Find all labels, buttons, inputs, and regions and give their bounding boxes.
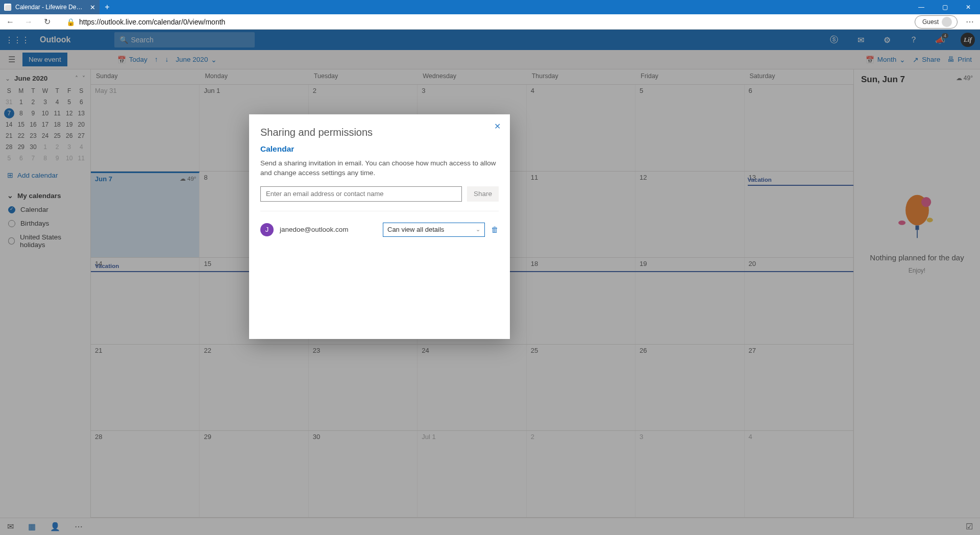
more-menu-icon[interactable]: ⋯ <box>964 17 976 27</box>
remove-person-icon[interactable]: 🗑 <box>491 225 499 234</box>
tab-close-icon[interactable]: ✕ <box>90 4 95 11</box>
sharing-permissions-dialog: ✕ Sharing and permissions Calendar Send … <box>249 114 510 339</box>
profile-button[interactable]: Guest <box>915 15 958 29</box>
permission-select[interactable]: Can view all details ⌄ <box>383 223 485 237</box>
back-button[interactable]: ← <box>4 17 16 27</box>
shared-person-row: J janedoe@outlook.com Can view all detai… <box>260 223 499 237</box>
share-submit-button[interactable]: Share <box>467 186 499 202</box>
dialog-title: Sharing and permissions <box>260 127 499 138</box>
window-minimize-icon[interactable]: — <box>910 0 933 14</box>
browser-tab[interactable]: ⬜ Calendar - Lifewire Demo - Outl… ✕ <box>0 0 100 14</box>
tab-title: Calendar - Lifewire Demo - Outl… <box>15 4 86 11</box>
dialog-close-icon[interactable]: ✕ <box>494 121 501 131</box>
profile-label: Guest <box>922 18 939 26</box>
new-tab-button[interactable]: + <box>100 0 115 14</box>
refresh-button[interactable]: ↻ <box>41 17 53 27</box>
window-controls: — ▢ ✕ <box>910 0 980 14</box>
dialog-description: Send a sharing invitation in email. You … <box>260 159 499 178</box>
forward-button[interactable]: → <box>22 17 35 27</box>
profile-avatar-icon <box>942 17 952 27</box>
tab-favicon: ⬜ <box>4 4 11 11</box>
window-close-icon[interactable]: ✕ <box>957 0 980 14</box>
chevron-down-icon: ⌄ <box>476 226 480 233</box>
share-email-input[interactable] <box>260 186 462 202</box>
address-bar: ← → ↻ 🔒 https://outlook.live.com/calenda… <box>0 14 980 30</box>
browser-titlebar: ⬜ Calendar - Lifewire Demo - Outl… ✕ + —… <box>0 0 980 14</box>
window-maximize-icon[interactable]: ▢ <box>933 0 957 14</box>
person-email: janedoe@outlook.com <box>280 226 377 233</box>
url-field[interactable]: 🔒 https://outlook.live.com/calendar/0/vi… <box>59 18 909 26</box>
person-avatar: J <box>260 223 274 236</box>
url-text: https://outlook.live.com/calendar/0/view… <box>79 18 225 26</box>
lock-icon: 🔒 <box>66 18 75 26</box>
calendar-name-link[interactable]: Calendar <box>260 144 499 154</box>
